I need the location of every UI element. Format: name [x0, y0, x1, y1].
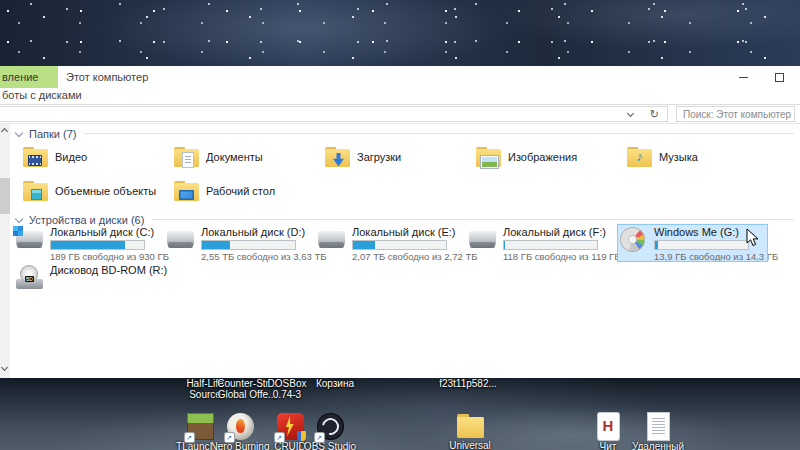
drive-tools-contextual-tab[interactable]: вление [0, 66, 58, 88]
mouse-cursor [746, 228, 760, 248]
hard-drive-icon [469, 226, 496, 252]
scrollbar-thumb[interactable] [0, 178, 10, 214]
desktop-icon-label: Universal [449, 441, 491, 450]
folder-name: Изображения [508, 151, 577, 163]
capacity-bar-fill [655, 241, 658, 249]
folder-tile-video[interactable]: Видео [13, 140, 164, 174]
capacity-bar [201, 240, 296, 250]
drive-tile-f[interactable]: Локальный диск (F:)118 ГБ свободно из 11… [466, 224, 617, 262]
folder-tile-downloads[interactable]: Загрузки [315, 140, 466, 174]
minimize-button[interactable] [726, 66, 760, 88]
folder-name: Загрузки [357, 151, 401, 163]
folder-overlay-glyph [182, 152, 194, 168]
shortcut-arrow-icon [185, 433, 194, 442]
bdrom-drive-icon [16, 264, 43, 290]
folder-name: Рабочий стол [206, 185, 275, 197]
downloads-folder-icon [325, 147, 350, 168]
capacity-bar-fill [353, 241, 375, 249]
collapse-chevron-icon[interactable] [15, 214, 23, 222]
nero-burning-icon [227, 413, 254, 440]
shortcut-arrow-icon [315, 433, 324, 442]
file-list-area: Папки (7) ВидеоДокументыЗагрузкиИзображе… [0, 124, 800, 378]
drive-tile-r[interactable]: Дисковод BD-ROM (R:) [13, 262, 164, 300]
capacity-text: 2,07 ТБ свободно из 2,72 ТБ [352, 251, 466, 262]
folder-name: Документы [206, 151, 263, 163]
desktop-icon-4[interactable]: OBS Studio [302, 413, 358, 450]
desktop-icon-7[interactable]: Удаленный [630, 413, 686, 450]
folder-tile-music[interactable]: Музыка [617, 140, 768, 174]
ribbon-tab-drive-tools[interactable]: боты с дисками [2, 89, 82, 101]
chevron-down-icon[interactable] [627, 110, 634, 117]
folders-group-header[interactable]: Папки (7) [13, 127, 794, 140]
bd-label-icon [25, 276, 34, 282]
capacity-text: 2,55 ТБ свободно из 3,63 ТБ [201, 251, 315, 262]
capacity-bar [503, 240, 598, 250]
desktop-icon-label: Nero Burning [211, 442, 270, 450]
shortcut-arrow-icon [225, 433, 234, 442]
folder-tile-desktop[interactable]: Рабочий стол [164, 174, 315, 208]
address-bar[interactable]: ↻ [0, 106, 668, 122]
minimize-icon [739, 77, 748, 78]
desktop-icon-2[interactable]: Nero Burning [212, 413, 268, 450]
label-line: 0.74-3 [249, 390, 325, 401]
drive-name: Локальный диск (C:) [50, 226, 164, 239]
wallpaper-starry-sky [0, 0, 800, 66]
3d-objects-folder-icon [23, 181, 48, 202]
text-document-icon [648, 413, 669, 440]
search-input[interactable] [676, 106, 795, 122]
title-bar: вление Этот компьютер [0, 66, 800, 88]
explorer-window: вление Этот компьютер боты с дисками ↻ [0, 66, 800, 378]
drive-name: Локальный диск (D:) [201, 226, 315, 239]
cruid-icon [277, 413, 304, 440]
desktop-icon-6[interactable]: Чит [580, 413, 636, 450]
folder-icon [457, 417, 484, 439]
folder-tile-objects3d[interactable]: Объемные объекты [13, 174, 164, 208]
drive-name: Локальный диск (E:) [352, 226, 466, 239]
maximize-button[interactable] [762, 66, 796, 88]
documents-folder-icon [174, 147, 199, 168]
address-row: ↻ [0, 105, 800, 124]
pictures-folder-icon [476, 147, 501, 168]
system-drive-icon [16, 226, 43, 252]
obs-studio-icon [317, 413, 344, 440]
capacity-bar-fill [202, 241, 230, 249]
capacity-text: 13,9 ГБ свободно из 14,3 ГБ [654, 251, 768, 262]
ribbon-tab-row: боты с дисками [0, 88, 800, 105]
folder-name: Видео [55, 151, 87, 163]
navigation-pane-scrollbar[interactable] [0, 124, 10, 378]
windows-logo-icon [13, 226, 23, 236]
folder-tile-pictures[interactable]: Изображения [466, 140, 617, 174]
folders-grid: ВидеоДокументыЗагрузкиИзображенияМузыкаО… [13, 140, 793, 208]
collapse-chevron-icon[interactable] [15, 128, 23, 136]
folder-overlay-glyph [179, 190, 194, 200]
refresh-icon[interactable]: ↻ [650, 106, 659, 122]
html-document-icon [598, 413, 619, 440]
folder-overlay-glyph [333, 153, 344, 167]
desktop-icon-label: OBS Studio [304, 442, 356, 450]
drive-tile-c[interactable]: Локальный диск (C:)189 ГБ свободно из 93… [13, 224, 164, 262]
group-rule [84, 133, 794, 134]
desktop-icon-label[interactable]: Корзина [297, 379, 373, 390]
folder-name: Объемные объекты [55, 185, 156, 197]
desktop-icon-5[interactable]: Universal [442, 413, 498, 450]
scroll-up-icon[interactable] [1, 128, 8, 135]
folder-overlay-glyph [28, 155, 42, 166]
capacity-text: 189 ГБ свободно из 930 ГБ [50, 251, 164, 262]
capacity-bar [50, 240, 145, 250]
drive-info: Локальный диск (D:)2,55 ТБ свободно из 3… [201, 226, 315, 262]
capacity-bar-fill [51, 241, 125, 249]
tlauncher-icon [187, 413, 214, 440]
shortcut-arrow-icon [275, 433, 284, 442]
desktop-icon-label[interactable]: f23t11p582... [430, 379, 506, 390]
group-rule [152, 219, 794, 220]
drive-tile-d[interactable]: Локальный диск (D:)2,55 ТБ свободно из 3… [164, 224, 315, 262]
folder-tile-documents[interactable]: Документы [164, 140, 315, 174]
capacity-bar [352, 240, 447, 250]
folder-name: Музыка [659, 151, 698, 163]
desktop-icon-label: Удаленный [632, 442, 684, 450]
drive-tile-e[interactable]: Локальный диск (E:)2,07 ТБ свободно из 2… [315, 224, 466, 262]
drive-name: Локальный диск (F:) [503, 226, 617, 239]
window-title: Этот компьютер [66, 66, 148, 88]
maximize-icon [775, 73, 784, 82]
scroll-down-icon[interactable] [1, 364, 8, 371]
